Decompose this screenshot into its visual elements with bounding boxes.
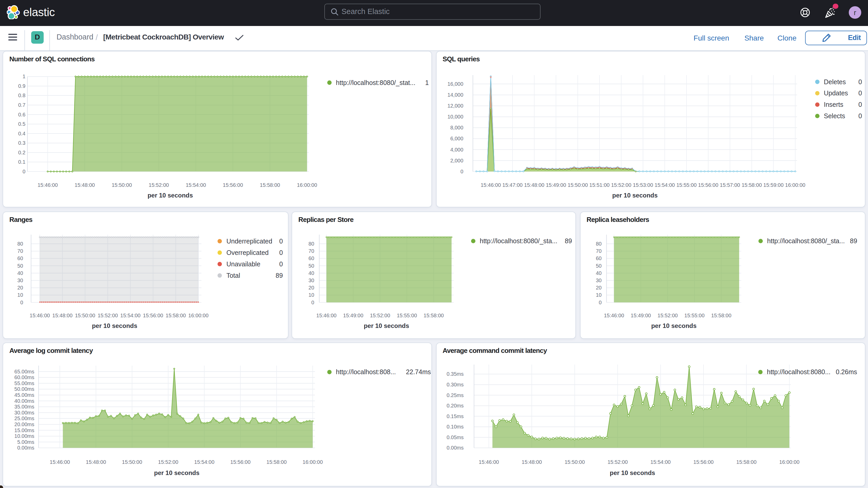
svg-text:15:59:00: 15:59:00: [763, 182, 783, 188]
svg-text:15:46:00: 15:46:00: [480, 182, 500, 188]
svg-text:15:48:00: 15:48:00: [524, 182, 544, 188]
svg-text:70: 70: [18, 248, 23, 254]
svg-text:0: 0: [858, 100, 862, 108]
svg-text:50: 50: [18, 263, 23, 268]
svg-text:per 10 seconds: per 10 seconds: [92, 322, 137, 329]
svg-text:15:49:00: 15:49:00: [630, 312, 651, 318]
svg-text:89: 89: [276, 272, 283, 279]
svg-text:16,000: 16,000: [447, 81, 463, 87]
svg-text:1: 1: [23, 73, 26, 79]
svg-text:Overreplicated: Overreplicated: [226, 249, 269, 256]
svg-text:15:53:00: 15:53:00: [632, 182, 653, 188]
svg-text:10,000: 10,000: [447, 114, 463, 119]
svg-text:40: 40: [308, 270, 314, 276]
svg-text:0: 0: [858, 78, 862, 85]
svg-text:Unavailable: Unavailable: [226, 260, 260, 267]
svg-text:16:00:00: 16:00:00: [188, 312, 209, 318]
svg-text:per 10 seconds: per 10 seconds: [610, 469, 655, 476]
svg-text:0.3: 0.3: [18, 140, 26, 146]
svg-text:15:46:00: 15:46:00: [30, 312, 50, 318]
svg-text:15.00ms: 15.00ms: [14, 427, 34, 433]
svg-text:60: 60: [596, 255, 601, 261]
svg-text:0.10ms: 0.10ms: [446, 424, 463, 429]
svg-text:40: 40: [596, 270, 601, 276]
svg-text:15:55:00: 15:55:00: [676, 182, 696, 188]
svg-text:89: 89: [850, 237, 857, 244]
svg-text:15:55:00: 15:55:00: [684, 312, 704, 318]
svg-text:http://localhost:8080/_sta...: http://localhost:8080/_sta...: [480, 237, 557, 244]
svg-text:15:50:00: 15:50:00: [122, 459, 142, 465]
svg-text:80: 80: [596, 241, 601, 246]
svg-text:0.00ms: 0.00ms: [446, 445, 463, 450]
svg-text:0: 0: [598, 299, 601, 305]
svg-text:15:48:00: 15:48:00: [521, 459, 541, 465]
svg-text:20: 20: [596, 284, 601, 290]
svg-text:2,000: 2,000: [450, 157, 463, 163]
svg-text:15:52:00: 15:52:00: [611, 182, 631, 188]
svg-text:0: 0: [279, 260, 283, 267]
svg-text:per 10 seconds: per 10 seconds: [364, 322, 409, 329]
svg-text:15:58:00: 15:58:00: [736, 459, 756, 465]
svg-text:4,000: 4,000: [450, 147, 463, 152]
svg-text:0.25ms: 0.25ms: [446, 392, 463, 398]
svg-text:per 10 seconds: per 10 seconds: [148, 191, 193, 199]
svg-text:35.00ms: 35.00ms: [14, 403, 34, 409]
svg-text:55.00ms: 55.00ms: [14, 380, 34, 386]
svg-text:0: 0: [858, 89, 862, 96]
svg-text:25.00ms: 25.00ms: [14, 415, 34, 421]
svg-text:Deletes: Deletes: [824, 78, 846, 85]
svg-text:15:58:00: 15:58:00: [165, 312, 186, 318]
svg-text:0.4: 0.4: [18, 130, 26, 136]
svg-text:30: 30: [308, 277, 314, 283]
svg-text:15:50:00: 15:50:00: [567, 182, 588, 188]
svg-text:http://localhost:8080/_stat...: http://localhost:8080/_stat...: [336, 79, 415, 86]
svg-text:8,000: 8,000: [450, 124, 463, 130]
svg-text:15:54:00: 15:54:00: [194, 459, 214, 465]
svg-text:15:54:00: 15:54:00: [186, 182, 206, 188]
svg-text:15:54:00: 15:54:00: [654, 182, 675, 188]
svg-text:0: 0: [460, 169, 463, 174]
svg-text:15:49:00: 15:49:00: [343, 312, 363, 318]
svg-text:Updates: Updates: [824, 89, 848, 96]
svg-text:60.00ms: 60.00ms: [14, 374, 34, 380]
svg-text:0: 0: [20, 299, 23, 305]
svg-text:14,000: 14,000: [447, 92, 463, 97]
svg-text:10.00ms: 10.00ms: [14, 433, 34, 439]
svg-text:0: 0: [858, 112, 862, 119]
svg-text:0.00ms: 0.00ms: [17, 445, 34, 450]
svg-text:0.7: 0.7: [18, 102, 26, 108]
svg-text:16:00:00: 16:00:00: [297, 182, 317, 188]
svg-text:15:50:00: 15:50:00: [112, 182, 132, 188]
svg-text:45.00ms: 45.00ms: [14, 392, 34, 398]
svg-text:65.00ms: 65.00ms: [14, 368, 34, 374]
svg-text:5.00ms: 5.00ms: [17, 439, 34, 445]
svg-text:40.00ms: 40.00ms: [14, 398, 34, 403]
svg-text:Total: Total: [226, 272, 240, 279]
svg-text:per 10 seconds: per 10 seconds: [651, 322, 696, 329]
svg-text:http://localhost:8080...: http://localhost:8080...: [767, 368, 830, 375]
svg-text:15:58:00: 15:58:00: [267, 459, 287, 465]
svg-text:50: 50: [596, 263, 601, 268]
svg-text:15:46:00: 15:46:00: [478, 459, 499, 465]
svg-text:15:48:00: 15:48:00: [86, 459, 106, 465]
svg-text:80: 80: [308, 241, 314, 246]
svg-text:15:50:00: 15:50:00: [75, 312, 95, 318]
svg-text:0.8: 0.8: [18, 92, 26, 98]
svg-text:15:58:00: 15:58:00: [424, 312, 444, 318]
svg-text:15:56:00: 15:56:00: [230, 459, 250, 465]
svg-text:15:47:00: 15:47:00: [502, 182, 522, 188]
svg-text:15:48:00: 15:48:00: [52, 312, 72, 318]
svg-text:15:48:00: 15:48:00: [74, 182, 95, 188]
svg-text:15:58:00: 15:58:00: [741, 182, 762, 188]
svg-text:15:46:00: 15:46:00: [604, 312, 624, 318]
svg-text:15:52:00: 15:52:00: [158, 459, 178, 465]
svg-text:15:54:00: 15:54:00: [120, 312, 141, 318]
svg-text:89: 89: [565, 237, 572, 244]
svg-text:15:52:00: 15:52:00: [149, 182, 169, 188]
svg-text:70: 70: [596, 248, 601, 254]
svg-text:10: 10: [596, 292, 601, 298]
svg-text:0.15ms: 0.15ms: [446, 413, 463, 419]
svg-text:15:58:00: 15:58:00: [711, 312, 731, 318]
svg-text:16:00:00: 16:00:00: [303, 459, 323, 465]
svg-text:50: 50: [308, 263, 314, 268]
